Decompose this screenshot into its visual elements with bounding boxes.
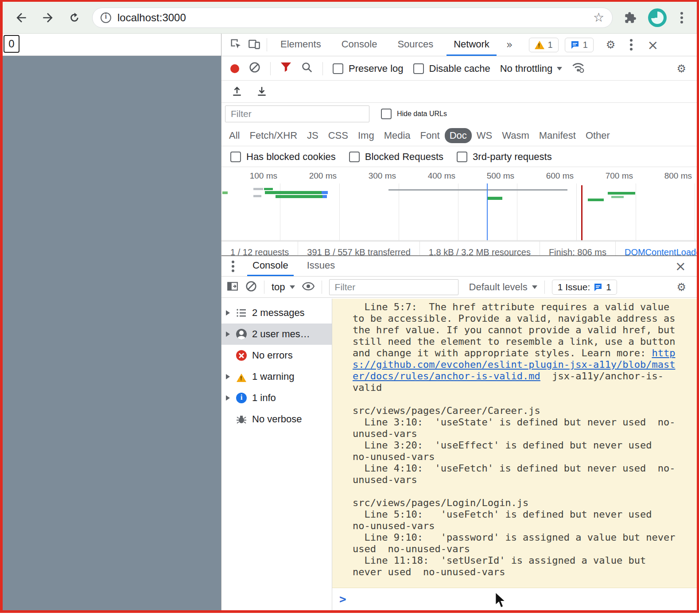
blocked-cookies-control[interactable]: Has blocked cookies — [230, 151, 336, 163]
network-waterfall-bar — [608, 192, 635, 195]
hide-data-urls-control[interactable]: Hide data URLs — [381, 109, 447, 119]
preserve-log-control[interactable]: Preserve log — [333, 63, 404, 74]
sidebar-item-verbose[interactable]: No verbose — [221, 409, 332, 430]
tab-console[interactable]: Console — [334, 34, 384, 56]
time-tick-label: 100 ms — [229, 171, 277, 181]
disclosure-triangle-icon[interactable] — [226, 395, 230, 401]
site-info-icon[interactable] — [101, 12, 111, 23]
console-sidebar: 2 messages 2 user mes… No errors 1 warni… — [221, 299, 332, 610]
page-viewport: 0 — [3, 34, 221, 610]
more-tabs-icon[interactable]: » — [503, 39, 516, 51]
console-settings-gear-icon[interactable]: ⚙ — [673, 281, 690, 293]
console-filter-input[interactable] — [329, 279, 458, 295]
console-output: Line 5:7: The href attribute requires a … — [332, 299, 697, 610]
disable-cache-checkbox[interactable] — [413, 63, 424, 74]
time-tick-label: 500 ms — [466, 171, 514, 181]
import-har-icon[interactable] — [231, 85, 243, 98]
network-waterfall-bar — [264, 188, 273, 190]
third-party-requests-checkbox[interactable] — [457, 152, 467, 162]
drawer-close-icon[interactable]: × — [672, 258, 690, 274]
inspect-element-icon[interactable] — [229, 38, 242, 52]
network-waterfall-bar — [265, 191, 322, 194]
type-filter-doc[interactable]: Doc — [445, 128, 472, 143]
type-filter-wasm[interactable]: Wasm — [497, 128, 534, 143]
resource-type-filters: All Fetch/XHR JS CSS Img Media Font Doc … — [221, 125, 697, 146]
time-tick-label: 800 ms — [643, 171, 692, 181]
network-waterfall-bar — [253, 188, 263, 190]
devtools-menu-icon[interactable] — [625, 36, 637, 54]
network-waterfall[interactable]: 100 ms 200 ms 300 ms 400 ms 500 ms 600 m… — [221, 168, 697, 241]
hide-data-urls-checkbox[interactable] — [381, 109, 392, 119]
bug-icon — [236, 414, 247, 425]
browser-menu-icon[interactable] — [676, 9, 688, 27]
profile-avatar[interactable] — [648, 8, 667, 27]
type-filter-img[interactable]: Img — [353, 128, 379, 143]
sidebar-item-info[interactable]: 1 info — [221, 387, 332, 409]
eye-icon[interactable] — [302, 282, 315, 292]
disclosure-triangle-icon[interactable] — [226, 310, 230, 316]
bookmark-star-icon[interactable]: ☆ — [593, 10, 604, 25]
type-filter-all[interactable]: All — [224, 128, 245, 143]
blocked-cookies-checkbox[interactable] — [230, 152, 241, 162]
type-filter-js[interactable]: JS — [302, 128, 323, 143]
log-levels-select[interactable]: Default levels — [469, 281, 537, 293]
type-filter-manifest[interactable]: Manifest — [534, 128, 581, 143]
devtools-settings-gear-icon[interactable]: ⚙ — [602, 39, 619, 51]
tab-network[interactable]: Network — [447, 34, 497, 56]
clear-network-log-icon[interactable] — [249, 62, 260, 76]
sidebar-item-warnings[interactable]: 1 warning — [221, 366, 332, 387]
tab-elements[interactable]: Elements — [273, 34, 328, 56]
drawer-tab-issues[interactable]: Issues — [302, 256, 341, 276]
third-party-requests-control[interactable]: 3rd-party requests — [457, 151, 552, 163]
preserve-log-checkbox[interactable] — [333, 63, 343, 74]
network-conditions-icon[interactable] — [572, 62, 584, 76]
record-network-log-icon[interactable] — [230, 64, 239, 73]
sidebar-toggle-icon[interactable] — [227, 281, 238, 294]
console-prompt[interactable]: > — [332, 588, 697, 605]
blocked-requests-control[interactable]: Blocked Requests — [349, 151, 443, 163]
capture-frame-top — [0, 0, 699, 2]
network-filter-input[interactable] — [225, 105, 369, 122]
type-filter-fetch-xhr[interactable]: Fetch/XHR — [245, 128, 302, 143]
disclosure-triangle-icon[interactable] — [226, 374, 230, 379]
search-icon[interactable] — [301, 62, 313, 76]
devtools-tabbar: Elements Console Sources Network » 1 1 ⚙… — [221, 34, 697, 56]
warnings-badge[interactable]: 1 — [529, 38, 559, 52]
filter-funnel-icon[interactable] — [280, 62, 291, 75]
drawer-tab-console[interactable]: Console — [247, 256, 294, 276]
sidebar-item-user-messages[interactable]: 2 user mes… — [221, 324, 332, 345]
forward-button[interactable] — [39, 9, 57, 27]
export-har-icon[interactable] — [256, 85, 268, 98]
chevron-down-icon — [532, 285, 537, 289]
reload-button[interactable] — [66, 9, 83, 27]
extensions-puzzle-icon[interactable] — [621, 9, 639, 27]
hide-data-urls-label: Hide data URLs — [397, 110, 447, 118]
devtools-close-icon[interactable]: × — [644, 37, 662, 53]
issue-counter[interactable]: 1 Issue: 1 — [552, 280, 617, 295]
sidebar-item-errors[interactable]: No errors — [221, 345, 332, 366]
dom-content-loaded-marker — [487, 183, 488, 241]
tab-sources[interactable]: Sources — [390, 34, 440, 56]
back-button[interactable] — [12, 9, 30, 27]
blocked-requests-checkbox[interactable] — [349, 152, 360, 162]
network-settings-gear-icon[interactable]: ⚙ — [673, 62, 690, 75]
network-waterfall-bar — [222, 191, 228, 194]
execution-context-select[interactable]: top — [272, 281, 295, 293]
type-filter-ws[interactable]: WS — [472, 128, 497, 143]
type-filter-font[interactable]: Font — [416, 128, 445, 143]
throttling-select[interactable]: No throttling — [500, 63, 563, 74]
disclosure-triangle-icon[interactable] — [226, 331, 230, 337]
url-text[interactable]: localhost:3000 — [117, 12, 186, 24]
url-bar[interactable]: localhost:3000 ☆ — [92, 8, 613, 28]
type-filter-css[interactable]: CSS — [323, 128, 353, 143]
type-filter-media[interactable]: Media — [379, 128, 416, 143]
disable-cache-control[interactable]: Disable cache — [413, 63, 490, 74]
device-toolbar-icon[interactable] — [248, 38, 260, 52]
issues-badge[interactable]: 1 — [565, 38, 594, 52]
warning-triangle-icon — [535, 41, 544, 49]
drawer-menu-icon[interactable] — [227, 257, 239, 275]
browser-toolbar: localhost:3000 ☆ — [3, 2, 697, 34]
type-filter-other[interactable]: Other — [581, 128, 615, 143]
clear-console-icon[interactable] — [245, 281, 257, 294]
sidebar-item-all-messages[interactable]: 2 messages — [221, 302, 332, 324]
